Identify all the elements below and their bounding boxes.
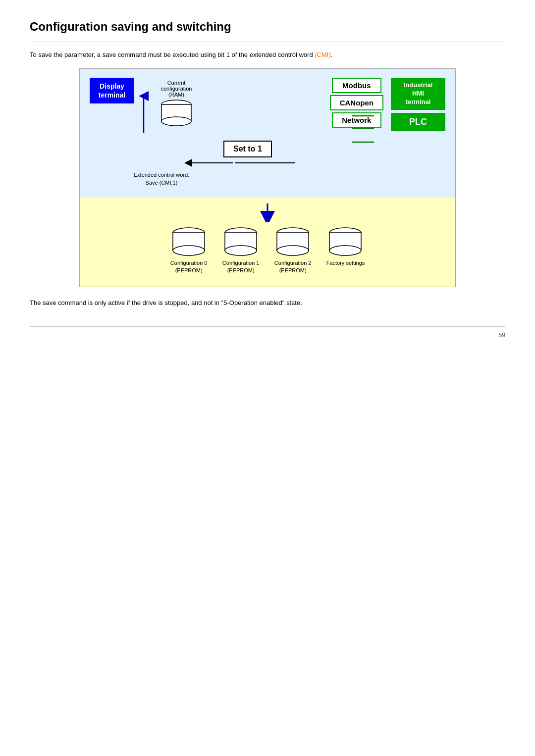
factory-settings-line1: Factory settings — [326, 260, 365, 266]
factory-settings-cylinder — [327, 227, 364, 257]
intro-paragraph: To save the parameter, a save command mu… — [30, 51, 505, 58]
industrial-hmi-box: Industrial HMI terminal — [391, 78, 445, 110]
ram-line2: configuration — [161, 86, 192, 92]
display-terminal-box: Display terminal — [90, 78, 134, 103]
ext-ctrl-line2: Save (CMI,1) — [146, 180, 178, 186]
bottom-divider — [30, 326, 505, 327]
network-box: Network — [332, 112, 381, 128]
cmi-link: (CMI) — [315, 51, 331, 58]
network-label: Network — [342, 116, 371, 124]
ext-ctrl-line1: Extended control word: — [134, 172, 190, 178]
plc-box: PLC — [391, 113, 445, 131]
cylinders-row: Configuration 0 (EEPROM) Configuration 1… — [170, 227, 365, 275]
svg-point-12 — [173, 246, 205, 255]
config-1-item: Configuration 1 (EEPROM) — [222, 227, 260, 275]
ram-line1: Current — [167, 80, 186, 86]
factory-settings-label: Factory settings — [326, 259, 365, 267]
config-1-cylinder — [222, 227, 260, 257]
config-0-cylinder — [170, 227, 208, 257]
ram-area: Current configuration (RAM) — [149, 80, 204, 127]
down-arrow-svg — [258, 202, 277, 222]
industrial-hmi-line3: terminal — [406, 98, 431, 105]
footer-note: The save command is only active if the d… — [30, 299, 505, 306]
diagram-bottom-section: Configuration 0 (EEPROM) Configuration 1… — [80, 198, 455, 287]
canopen-label: CANopen — [340, 99, 374, 107]
diagram-top-section: Display terminal Current configuration (… — [80, 69, 455, 198]
modbus-label: Modbus — [342, 81, 371, 90]
display-terminal-line1: Display — [100, 82, 124, 90]
ram-line3: (RAM) — [168, 92, 184, 98]
industrial-hmi-line1: Industrial — [404, 81, 433, 89]
config-0-item: Configuration 0 (EEPROM) — [170, 227, 208, 275]
config-2-cylinder — [274, 227, 312, 257]
config-2-line1: Configuration 2 — [274, 260, 312, 266]
set-to-1-box: Set to 1 — [223, 141, 272, 157]
config-1-line2: (EEPROM) — [227, 267, 255, 273]
network-boxes-area: Modbus CANopen Network — [330, 78, 383, 128]
svg-point-18 — [277, 246, 309, 255]
config-0-line2: (EEPROM) — [175, 267, 203, 273]
svg-point-2 — [161, 117, 191, 126]
set-to-1-label: Set to 1 — [233, 145, 262, 153]
display-terminal-line2: terminal — [99, 91, 125, 99]
config-0-label: Configuration 0 (EEPROM) — [170, 259, 208, 275]
canopen-box: CANopen — [330, 95, 383, 110]
ext-ctrl-label: Extended control word: Save (CMI,1) — [129, 171, 194, 187]
modbus-box: Modbus — [332, 78, 381, 93]
svg-point-21 — [329, 246, 361, 255]
config-1-line1: Configuration 1 — [222, 260, 260, 266]
config-0-line1: Configuration 0 — [170, 260, 208, 266]
factory-settings-item: Factory settings — [326, 227, 365, 267]
ram-cylinder-svg — [159, 100, 194, 127]
diagram-container: Display terminal Current configuration (… — [79, 68, 456, 287]
top-divider — [30, 42, 505, 42]
industrial-hmi-line2: HMI — [412, 90, 424, 97]
plc-label: PLC — [409, 117, 427, 127]
page-title: Configuration saving and switching — [30, 20, 505, 34]
right-panel: Industrial HMI terminal PLC — [391, 78, 445, 131]
page-number: 59 — [30, 332, 505, 339]
config-1-label: Configuration 1 (EEPROM) — [222, 259, 260, 275]
config-2-label: Configuration 2 (EEPROM) — [274, 259, 312, 275]
svg-point-15 — [225, 246, 257, 255]
config-2-line2: (EEPROM) — [279, 267, 307, 273]
ram-label: Current configuration (RAM) — [161, 80, 192, 98]
config-2-item: Configuration 2 (EEPROM) — [274, 227, 312, 275]
